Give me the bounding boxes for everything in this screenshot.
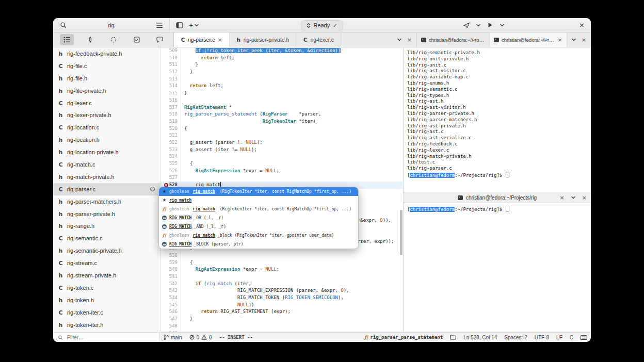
file-row[interactable]: Crig-stream.c (53, 257, 160, 269)
completion-item[interactable]: mRIG_MATCH_BLOCK (parser, ptr) (159, 240, 358, 249)
code-line[interactable]: 549 (160, 330, 403, 333)
line-ending-setting[interactable]: LF (553, 333, 566, 342)
file-row[interactable]: Crig-token.c (53, 282, 160, 294)
toggle-panel-icon[interactable] (174, 20, 185, 30)
code-line[interactable]: 518rig_parser_parse_statement (RigParser… (160, 111, 403, 118)
completion-item[interactable]: mRIG_MATCH_AND (_l, _r) (159, 222, 358, 231)
encoding-setting[interactable]: UTF-8 (531, 333, 553, 342)
editor-tab[interactable]: Crig-lexer.c (296, 32, 341, 47)
terminal-top[interactable]: lib/rig-semantic-private.hlib/rig-unit-p… (404, 47, 591, 192)
code-line[interactable]: 523 g_assert (iter != NULL); (160, 146, 403, 154)
bottom-panel-tab[interactable]: christian@fedora:~/Projects/rig (458, 195, 537, 201)
project-folder-button[interactable] (446, 333, 460, 342)
file-row[interactable]: Crig-parser.c (53, 183, 160, 195)
close-tab-icon[interactable]: × (558, 37, 562, 43)
terminal-tab[interactable]: christian@fedora:~/Projects…× (490, 32, 567, 47)
code-line[interactable]: 544 RIG_MATCH_TOKEN (RIG_TOKEN_SEMICOLON… (160, 294, 403, 302)
code-line[interactable]: 525 { (160, 160, 403, 168)
code-line[interactable]: 540 RigAstExpression *expr = NULL; (160, 266, 403, 273)
panel-chevron-icon[interactable] (571, 196, 575, 199)
file-row[interactable]: hrig-feedback-private.h (53, 47, 160, 60)
scrollbar-thumb[interactable] (400, 210, 403, 255)
code-line[interactable]: 541 (160, 273, 403, 281)
file-row[interactable]: hrig-match-private.h (53, 171, 160, 183)
code-line[interactable]: 524 (160, 153, 403, 160)
code-line[interactable]: 548 (160, 323, 403, 330)
terminal-tab[interactable]: christian@fedora:~/Projects/rig (417, 32, 490, 47)
code-line[interactable]: 511 } (160, 61, 403, 69)
file-row[interactable]: hrig-location.h (53, 134, 160, 146)
editor-tab[interactable]: Crig-parser.c× (174, 32, 230, 47)
code-line[interactable]: 509 if (!rig_token_iter_peek (iter, &tok… (160, 47, 403, 55)
completion-item[interactable]: ★gbooleanrig_match (RigTokenIter *iter, … (159, 187, 358, 196)
switcher-debug-icon[interactable] (106, 34, 120, 45)
code-line[interactable]: 522 g_assert (parser != NULL); (160, 139, 403, 146)
file-row[interactable]: hrig-file-private.h (53, 85, 160, 97)
indentation-setting[interactable]: Spaces: 2 (501, 333, 530, 342)
code-line[interactable]: 517RigAstStatement * (160, 104, 403, 111)
completion-item[interactable]: ƒ|gbooleanrig_match (RigTokenIter *iter,… (159, 205, 358, 213)
close-panel-icon[interactable]: × (582, 194, 587, 201)
code-line[interactable]: 520{ (160, 125, 403, 133)
file-row[interactable]: Crig-lexer.c (53, 97, 160, 109)
switcher-todo-icon[interactable] (130, 34, 143, 45)
editor-tab[interactable]: hrig-parser-private.h (230, 32, 297, 47)
code-line[interactable]: 539 { (160, 259, 403, 267)
code-line[interactable]: 510 return left; (160, 55, 403, 62)
filter-input[interactable] (66, 334, 155, 341)
completion-item[interactable]: ƒ|gbooleanrig_match_block (RigTokenIter … (159, 231, 358, 240)
file-row[interactable]: Crig-token-iter.c (53, 306, 160, 319)
file-row[interactable]: hrig-semantic-private.h (53, 244, 160, 257)
file-row[interactable]: hrig-parser-private.h (53, 208, 160, 220)
close-page-icon[interactable]: × (582, 37, 586, 43)
code-line[interactable]: 512 } (160, 69, 403, 76)
code-line[interactable]: 519 RigTokenIter *iter) (160, 118, 403, 125)
switcher-project-tree-icon[interactable] (60, 34, 74, 45)
code-line[interactable]: 521 (160, 132, 403, 139)
code-line[interactable]: 514 return left; (160, 83, 403, 90)
run-menu-chevron-icon[interactable] (497, 20, 507, 30)
file-row[interactable]: hrig-location-private.h (53, 146, 160, 158)
code-line[interactable]: 543 RIG_MATCH_EXPRESSION (parser, &expr,… (160, 287, 403, 294)
keyboard-button[interactable] (577, 333, 591, 342)
switcher-chat-icon[interactable] (153, 34, 167, 45)
file-row[interactable]: Crig-semantic.c (53, 232, 160, 244)
close-page-icon[interactable]: × (407, 37, 412, 43)
tab-list-chevron-icon[interactable] (572, 38, 576, 41)
file-row[interactable]: Crig-match.c (53, 158, 160, 171)
code-line[interactable]: 516 (160, 97, 403, 104)
current-symbol[interactable]: ƒ| rig_parser_parse_statement (361, 333, 446, 342)
code-line[interactable]: 538 (160, 252, 403, 259)
search-icon[interactable] (58, 20, 68, 30)
file-row[interactable]: hrig-token.h (53, 294, 160, 306)
code-line[interactable]: 527 (160, 174, 403, 182)
menu-icon[interactable] (154, 20, 165, 30)
cursor-position[interactable]: Ln 528, Col 14 (460, 333, 501, 342)
language-setting[interactable]: C (566, 333, 577, 342)
file-row[interactable]: hrig-token-iter.h (53, 319, 160, 331)
file-row[interactable]: hrig-parser-matchers.h (53, 195, 160, 208)
code-line[interactable]: 542 if (rig_match (iter, (160, 281, 403, 288)
build-icon[interactable] (461, 20, 472, 30)
switcher-build-icon[interactable] (83, 34, 97, 45)
code-line[interactable]: 545 NULL)) (160, 302, 403, 309)
code-line[interactable]: 513 (160, 76, 403, 83)
code-line[interactable]: 546 return RIG_AST_STATEMENT (expr); (160, 308, 403, 316)
file-row[interactable]: Crig-file.c (53, 60, 160, 72)
code-line[interactable]: 526 RigAstExpression *expr = NULL; (160, 168, 403, 175)
diagnostics-indicator[interactable]: 0 0 (186, 333, 216, 342)
window-close-icon[interactable]: × (577, 21, 586, 29)
close-tab-icon[interactable]: × (218, 37, 222, 43)
build-menu-chevron-icon[interactable] (473, 20, 484, 30)
completion-item[interactable]: mRIG_MATCH_OR (_l, _r) (159, 213, 358, 222)
new-page-button[interactable]: + (189, 21, 199, 29)
branch-indicator[interactable]: main (160, 333, 186, 342)
tab-list-chevron-icon[interactable] (397, 38, 401, 41)
code-line[interactable]: 547 } (160, 316, 403, 323)
code-line[interactable]: 515} (160, 90, 403, 97)
close-tab-icon[interactable]: × (560, 194, 565, 201)
omnibar[interactable]: Ready ✓ (301, 20, 343, 30)
editor-scrollbar[interactable] (400, 47, 403, 332)
terminal-bottom[interactable]: [christian@fedora:~/Projects/rig]$ (404, 203, 591, 332)
file-row[interactable]: hrig-lexer-private.h (53, 109, 160, 121)
